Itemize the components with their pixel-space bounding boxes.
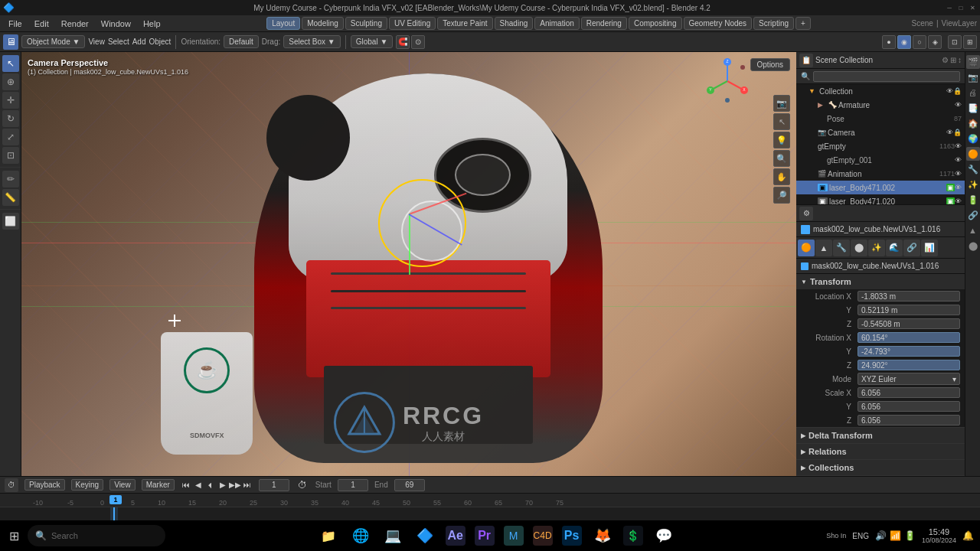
taskbar-vscode[interactable]: 💻 <box>381 524 404 547</box>
taskbar-chrome2[interactable]: 🦊 <box>591 524 614 547</box>
prop-icon-material[interactable]: ⬤ <box>851 240 867 256</box>
taskbar-aftereffects[interactable]: Ae <box>446 526 466 546</box>
timeline-type-icon[interactable]: ⏱ <box>5 478 18 492</box>
viewport-material-icon[interactable]: ◈ <box>928 35 942 49</box>
taskbar-cinema4d[interactable]: C4D <box>533 526 553 546</box>
rotate-tool[interactable]: ↻ <box>2 110 19 127</box>
scale-y-value[interactable]: 6.056 <box>858 401 960 412</box>
particles-icon[interactable]: ✨ <box>966 178 980 191</box>
object-icon[interactable]: 🟠 <box>966 147 980 161</box>
transform-tool[interactable]: ⊡ <box>2 147 19 164</box>
drag-select-box[interactable]: Select Box ▼ <box>283 35 340 48</box>
constraints-icon[interactable]: 🔗 <box>966 208 980 222</box>
object-menu[interactable]: Object <box>149 37 171 46</box>
prop-icon-constraints[interactable]: 🔗 <box>903 240 920 256</box>
outliner-toggle-icon[interactable]: ⊞ <box>950 56 956 64</box>
prop-icon-physics[interactable]: 🌊 <box>886 240 903 256</box>
prop-icon-object[interactable]: 🟠 <box>798 240 815 256</box>
timeline-ruler[interactable]: -10 -5 0 5 10 15 20 25 30 35 40 45 50 55… <box>0 494 980 507</box>
tab-geometry-nodes[interactable]: Geometry Nodes <box>684 17 753 30</box>
notification-icon[interactable]: 🔔 <box>962 530 974 541</box>
tab-add[interactable]: + <box>795 17 811 30</box>
jump-to-start-btn[interactable]: ⏮ <box>181 480 191 491</box>
view-menu[interactable]: View <box>88 37 105 46</box>
rotation-z-value[interactable]: 24.902° <box>858 360 960 370</box>
taskbar-maya[interactable]: M <box>504 526 524 546</box>
close-button[interactable]: ✕ <box>968 3 977 12</box>
scale-tool[interactable]: ⤢ <box>2 129 19 145</box>
taskbar-discord[interactable]: 💬 <box>652 524 675 547</box>
sync-icon[interactable]: ⏱ <box>296 478 309 492</box>
outliner-item-pose[interactable]: Pose 87 <box>796 112 965 126</box>
render-icon[interactable]: 📷 <box>966 70 980 84</box>
rotation-y-value[interactable]: -24.793° <box>858 346 960 357</box>
annotate-tool[interactable]: ✏ <box>2 171 19 187</box>
jump-to-end-btn[interactable]: ⏭ <box>242 480 253 491</box>
relations-header[interactable]: ▶ Relations <box>796 444 965 459</box>
viewport-3d[interactable]: ☕ SDMOVFX Camera Perspective (1) Collect… <box>21 52 796 476</box>
scale-x-value[interactable]: 6.056 <box>858 387 960 398</box>
search-icon[interactable]: 🔍 <box>773 150 790 167</box>
select-tool[interactable]: ↖ <box>2 55 19 72</box>
rotation-x-value[interactable]: 60.154° <box>858 332 960 343</box>
menu-window[interactable]: Window <box>96 18 136 30</box>
taskbar-blender[interactable]: 🔷 <box>413 524 436 547</box>
modifier-icon[interactable]: 🔧 <box>966 162 980 176</box>
viewport-rendered-icon[interactable]: ○ <box>913 35 926 49</box>
camera-view-icon[interactable]: 📷 <box>773 95 790 112</box>
prev-frame-btn[interactable]: ◀ <box>193 480 204 491</box>
menu-file[interactable]: File <box>3 18 28 30</box>
taskbar-premiere[interactable]: Pr <box>475 526 495 546</box>
next-frame-btn[interactable]: ▶▶ <box>230 480 240 491</box>
outliner-item-laser1[interactable]: ▣ laser_Body471.002 ▣ 👁 <box>796 181 965 194</box>
prop-icon-particles[interactable]: ✨ <box>868 240 885 256</box>
taskbar-explorer[interactable]: 📁 <box>317 524 340 547</box>
tab-layout[interactable]: Layout <box>266 17 300 30</box>
proportional-edit-icon[interactable]: ⊙ <box>411 35 425 49</box>
tab-compositing[interactable]: Compositing <box>629 17 682 30</box>
network-icon[interactable]: 📶 <box>890 530 901 541</box>
location-z-value[interactable]: -0.54508 m <box>858 318 960 329</box>
outliner-view-icon[interactable]: 📋 <box>799 54 813 67</box>
outliner-search-input[interactable] <box>813 71 960 82</box>
end-frame[interactable]: 69 <box>394 479 425 491</box>
lights-icon[interactable]: 💡 <box>773 132 790 148</box>
taskbar-chrome[interactable]: 🌐 <box>349 524 372 547</box>
prop-icon-modifier[interactable]: 🔧 <box>833 240 850 256</box>
cursor-icon[interactable]: ↖ <box>773 113 790 130</box>
taskbar-photoshop[interactable]: Ps <box>562 526 582 546</box>
playback-menu[interactable]: Playback <box>24 479 65 491</box>
outliner-item-armature[interactable]: ▶ 🦴 Armature 👁 <box>796 98 965 112</box>
maximize-button[interactable]: □ <box>956 3 965 12</box>
windows-start-button[interactable]: ⊞ <box>2 524 25 547</box>
location-x-value[interactable]: -1.8033 m <box>858 291 960 302</box>
location-y-value[interactable]: 0.52119 m <box>858 305 960 315</box>
keying-menu[interactable]: Keying <box>71 479 104 491</box>
taskbar-search[interactable]: 🔍 Search <box>28 525 165 546</box>
outliner-item-gtempty[interactable]: gtEmpty 1163 👁 <box>796 139 965 153</box>
play-btn[interactable]: ▶ <box>217 480 228 491</box>
delta-transform-header[interactable]: ▶ Delta Transform <box>796 428 965 443</box>
outliner-filter-icon[interactable]: ⚙ <box>942 56 949 64</box>
language-indicator[interactable]: ENG <box>849 532 872 540</box>
move-view-icon[interactable]: ✋ <box>773 168 790 185</box>
output-icon[interactable]: 🖨 <box>966 86 980 99</box>
properties-panel-icon[interactable]: ⚙ <box>799 207 813 220</box>
outliner-hide-icon[interactable]: 🔒 <box>953 87 962 95</box>
data-icon[interactable]: ▲ <box>966 223 980 237</box>
viewlayer-icon[interactable]: 📑 <box>966 101 980 115</box>
tab-uv-editing[interactable]: UV Editing <box>389 17 436 30</box>
outliner-item-laser2[interactable]: ▣ laser_Body471.020 ▣ 👁 <box>796 194 965 205</box>
cursor-tool[interactable]: ⊕ <box>2 73 19 90</box>
editor-type-icon[interactable]: 🖥 <box>3 34 18 50</box>
transform-header[interactable]: ▼ Transform <box>796 274 965 289</box>
tab-sculpting[interactable]: Sculpting <box>345 17 387 30</box>
prop-icon-mesh[interactable]: ▲ <box>815 240 832 256</box>
outliner-item-collection[interactable]: ▼ Collection 👁 🔒 <box>796 84 965 98</box>
outliner-item-animation[interactable]: 🎬 Animation 1171 👁 <box>796 167 965 181</box>
physics-icon[interactable]: 🔋 <box>966 193 980 207</box>
start-frame[interactable]: 1 <box>338 479 368 491</box>
prop-icon-data[interactable]: 📊 <box>921 240 938 256</box>
current-frame-display[interactable]: 1 <box>259 479 289 491</box>
viewport-gizmo-axis[interactable]: Z X Y <box>704 58 750 104</box>
